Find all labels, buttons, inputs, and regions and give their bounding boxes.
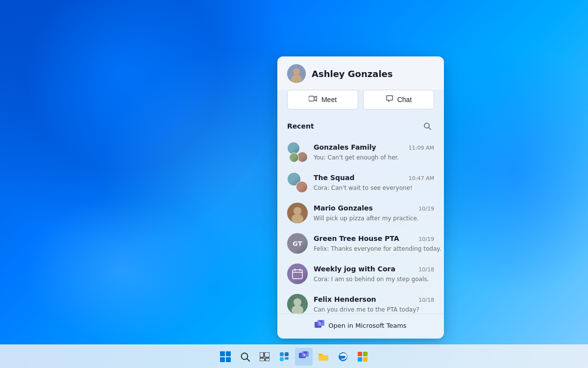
svg-rect-42 <box>358 352 362 356</box>
conversation-content: Felix Henderson 10/18 Can you drive me t… <box>314 295 434 314</box>
conversation-content: Weekly jog with Cora 10/18 Cora: I am so… <box>314 265 434 283</box>
teams-footer[interactable]: T Open in Microsoft Teams <box>277 314 444 339</box>
chat-panel: Ashley Gonzales Meet <box>277 56 444 339</box>
svg-point-7 <box>294 207 301 215</box>
list-item[interactable]: Gonzales Family 11:09 AM You: Can't get … <box>277 137 444 167</box>
conversation-content: Mario Gonzales 10/19 Will pick up pizza … <box>314 204 434 222</box>
avatar <box>287 263 308 284</box>
desktop: Ashley Gonzales Meet <box>0 0 588 368</box>
conversation-name: Green Tree House PTA <box>314 235 399 242</box>
svg-rect-35 <box>280 357 284 361</box>
panel-header: Ashley Gonzales <box>277 56 444 90</box>
list-item[interactable]: Felix Henderson 10/18 Can you drive me t… <box>277 289 444 314</box>
recent-header: Recent <box>277 117 444 137</box>
svg-rect-24 <box>226 351 231 356</box>
svg-rect-32 <box>266 358 270 361</box>
conversation-name: Mario Gonzales <box>314 204 373 212</box>
search-button[interactable] <box>420 119 434 133</box>
svg-text:T: T <box>303 353 306 356</box>
conversation-preview: You: Can't get enough of her. <box>314 154 399 161</box>
svg-rect-33 <box>280 352 284 356</box>
teams-icon: T <box>315 320 324 331</box>
taskbar-store-button[interactable] <box>354 348 371 366</box>
taskbar-search-button[interactable] <box>236 348 254 366</box>
svg-rect-29 <box>260 352 264 357</box>
conversation-time: 10:47 AM <box>409 175 434 182</box>
taskbar-edge-button[interactable] <box>334 348 352 366</box>
chat-label: Chat <box>397 96 412 104</box>
conversation-time: 10/19 <box>418 236 434 242</box>
teams-label: Open in Microsoft Teams <box>328 322 406 329</box>
conversation-content: Gonzales Family 11:09 AM You: Can't get … <box>314 143 434 161</box>
taskbar-taskview-button[interactable] <box>256 348 273 366</box>
svg-rect-43 <box>363 352 368 356</box>
svg-line-5 <box>429 128 431 130</box>
conversations-list: Gonzales Family 11:09 AM You: Can't get … <box>277 137 444 314</box>
conversation-content: Green Tree House PTA 10/19 Felix: Thanks… <box>314 235 434 253</box>
taskbar-chat-button[interactable]: T <box>295 348 313 366</box>
chat-button[interactable]: Chat <box>363 90 434 109</box>
svg-rect-44 <box>358 357 362 362</box>
svg-point-14 <box>294 298 301 306</box>
conversation-name: Weekly jog with Cora <box>314 265 395 273</box>
recent-title: Recent <box>287 122 314 130</box>
conversation-preview: Will pick up pizza after my practice. <box>314 215 419 222</box>
conversation-time: 10/18 <box>418 266 434 273</box>
svg-line-28 <box>247 359 249 361</box>
conversation-name: Gonzales Family <box>314 143 376 151</box>
chat-icon <box>386 95 393 105</box>
svg-text:T: T <box>319 322 321 325</box>
svg-rect-9 <box>293 270 302 279</box>
svg-rect-36 <box>285 357 289 360</box>
list-item[interactable]: Weekly jog with Cora 10/18 Cora: I am so… <box>277 259 444 289</box>
avatar <box>287 294 308 314</box>
conversation-preview: Felix: Thanks everyone for attending tod… <box>314 245 441 252</box>
avatar: GT <box>287 233 308 254</box>
meet-icon <box>309 95 318 104</box>
conversation-preview: Can you drive me to the PTA today? <box>314 306 419 313</box>
taskbar-fileexplorer-button[interactable] <box>315 348 332 366</box>
svg-rect-45 <box>363 357 368 362</box>
avatar <box>287 172 308 193</box>
svg-rect-25 <box>220 357 225 362</box>
taskbar-start-button[interactable] <box>217 348 234 366</box>
svg-rect-3 <box>309 96 314 101</box>
conversation-preview: Cora: Can't wait to see everyone! <box>314 184 413 191</box>
conversation-preview: Cora: I am so behind on my step goals. <box>314 276 429 283</box>
svg-rect-31 <box>260 358 265 361</box>
meet-label: Meet <box>321 96 337 104</box>
conversation-content: The Squad 10:47 AM Cora: Can't wait to s… <box>314 174 434 192</box>
conversation-time: 10/18 <box>418 297 434 303</box>
conversation-time: 11:09 AM <box>409 145 434 151</box>
svg-rect-23 <box>220 351 225 356</box>
list-item[interactable]: The Squad 10:47 AM Cora: Can't wait to s… <box>277 167 444 198</box>
conversation-name: Felix Henderson <box>314 295 376 303</box>
svg-rect-30 <box>265 352 270 357</box>
taskbar-widgets-button[interactable] <box>275 348 293 366</box>
user-name: Ashley Gonzales <box>312 69 393 79</box>
conversation-name: The Squad <box>314 174 354 182</box>
meet-button[interactable]: Meet <box>287 90 358 109</box>
conversation-time: 10/19 <box>418 206 434 212</box>
svg-rect-34 <box>285 352 289 356</box>
avatar-image <box>287 64 306 83</box>
svg-rect-26 <box>226 357 231 362</box>
taskbar: T <box>0 344 588 368</box>
avatar <box>287 64 306 83</box>
action-buttons: Meet Chat <box>277 90 444 117</box>
list-item[interactable]: Mario Gonzales 10/19 Will pick up pizza … <box>277 198 444 228</box>
list-item[interactable]: GT Green Tree House PTA 10/19 Felix: Tha… <box>277 228 444 259</box>
avatar <box>287 142 308 162</box>
svg-point-1 <box>293 68 300 75</box>
avatar <box>287 203 308 223</box>
